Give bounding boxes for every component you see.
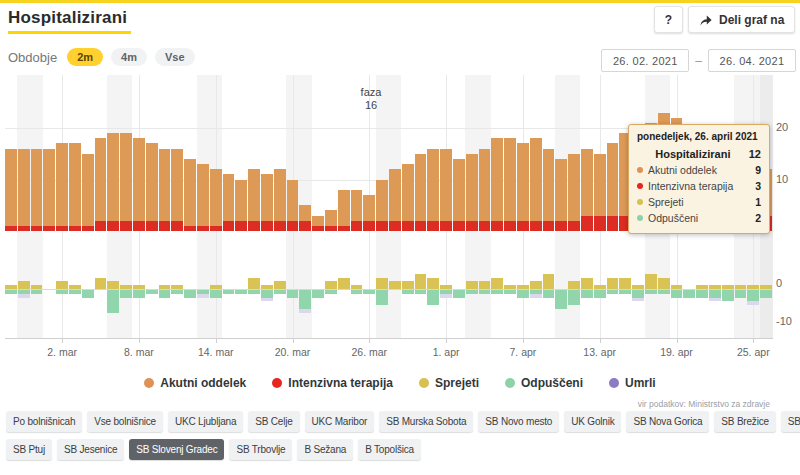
- flow-bar[interactable]: [760, 244, 772, 334]
- legend-item[interactable]: Akutni oddelek: [144, 376, 246, 390]
- main-bar[interactable]: [133, 75, 145, 231]
- hospital-tab-sb-bre-ice[interactable]: SB Brežice: [714, 411, 775, 432]
- main-bar[interactable]: [18, 75, 30, 231]
- flow-bar[interactable]: [5, 244, 17, 334]
- flow-bar[interactable]: [402, 244, 414, 334]
- main-bar[interactable]: [440, 75, 452, 231]
- flow-bar[interactable]: [479, 244, 491, 334]
- legend-item[interactable]: Umrli: [609, 376, 656, 390]
- flow-bar[interactable]: [159, 244, 171, 334]
- hospital-tab-sb-murska-sobota[interactable]: SB Murska Sobota: [379, 411, 473, 432]
- flow-bar[interactable]: [235, 244, 247, 334]
- main-bar[interactable]: [530, 75, 542, 231]
- main-bar[interactable]: [31, 75, 43, 231]
- hospital-tab-b-se-ana[interactable]: B Sežana: [297, 439, 353, 460]
- flow-bar[interactable]: [696, 244, 708, 334]
- main-bar[interactable]: [82, 75, 94, 231]
- flow-bar[interactable]: [440, 244, 452, 334]
- flow-bar[interactable]: [735, 244, 747, 334]
- flow-bar[interactable]: [645, 244, 657, 334]
- main-bar[interactable]: [415, 75, 427, 231]
- flow-bar[interactable]: [210, 244, 222, 334]
- hospital-tab-sb-slovenj-gradec[interactable]: SB Slovenj Gradec: [129, 439, 224, 460]
- main-bar[interactable]: [427, 75, 439, 231]
- flow-bar[interactable]: [491, 244, 503, 334]
- flow-bar[interactable]: [107, 244, 119, 334]
- hospital-tab-sb-jesenice[interactable]: SB Jesenice: [57, 439, 124, 460]
- flow-bar[interactable]: [43, 244, 55, 334]
- flow-bar[interactable]: [683, 244, 695, 334]
- hospital-tab-sb-izola[interactable]: SB Izola: [781, 411, 800, 432]
- main-bar[interactable]: [402, 75, 414, 231]
- flow-bar[interactable]: [709, 244, 721, 334]
- main-bar[interactable]: [248, 75, 260, 231]
- main-bar[interactable]: [5, 75, 17, 231]
- legend-item[interactable]: Intenzivna terapija: [272, 376, 393, 390]
- flow-bar[interactable]: [18, 244, 30, 334]
- main-bar[interactable]: [453, 75, 465, 231]
- main-bar[interactable]: [287, 75, 299, 231]
- main-bar[interactable]: [555, 75, 567, 231]
- main-bar[interactable]: [543, 75, 555, 231]
- flow-bar[interactable]: [31, 244, 43, 334]
- flow-bar[interactable]: [197, 244, 209, 334]
- flow-bar[interactable]: [338, 244, 350, 334]
- main-bar[interactable]: [107, 75, 119, 231]
- main-bar[interactable]: [325, 75, 337, 231]
- main-bar[interactable]: [517, 75, 529, 231]
- main-bar[interactable]: [95, 75, 107, 231]
- flow-bar[interactable]: [632, 244, 644, 334]
- flow-bar[interactable]: [415, 244, 427, 334]
- main-bar[interactable]: [261, 75, 273, 231]
- main-bar[interactable]: [607, 75, 619, 231]
- hospital-tab-ukc-ljubljana[interactable]: UKC Ljubljana: [168, 411, 243, 432]
- main-bar[interactable]: [491, 75, 503, 231]
- main-bar[interactable]: [43, 75, 55, 231]
- main-bar[interactable]: [568, 75, 580, 231]
- main-bar[interactable]: [235, 75, 247, 231]
- flow-bar[interactable]: [274, 244, 286, 334]
- flow-bar[interactable]: [517, 244, 529, 334]
- flow-bar[interactable]: [376, 244, 388, 334]
- flow-bar[interactable]: [120, 244, 132, 334]
- flow-bar[interactable]: [543, 244, 555, 334]
- main-bar[interactable]: [69, 75, 81, 231]
- main-bar[interactable]: [299, 75, 311, 231]
- flow-bar[interactable]: [619, 244, 631, 334]
- main-bar[interactable]: [56, 75, 68, 231]
- flow-bar[interactable]: [312, 244, 324, 334]
- main-bar[interactable]: [594, 75, 606, 231]
- main-bar[interactable]: [274, 75, 286, 231]
- main-bar[interactable]: [581, 75, 593, 231]
- flow-bar[interactable]: [363, 244, 375, 334]
- flow-bar[interactable]: [223, 244, 235, 334]
- flow-bar[interactable]: [171, 244, 183, 334]
- flow-bar[interactable]: [530, 244, 542, 334]
- hospital-tab-sb-celje[interactable]: SB Celje: [248, 411, 299, 432]
- main-bar[interactable]: [184, 75, 196, 231]
- flow-bar[interactable]: [389, 244, 401, 334]
- flow-bar[interactable]: [56, 244, 68, 334]
- hospital-tab-sb-novo-mesto[interactable]: SB Novo mesto: [478, 411, 559, 432]
- flow-bar[interactable]: [248, 244, 260, 334]
- flow-bar[interactable]: [133, 244, 145, 334]
- hospital-tab-uk-golnik[interactable]: UK Golnik: [564, 411, 621, 432]
- flow-bar[interactable]: [69, 244, 81, 334]
- flow-bar[interactable]: [555, 244, 567, 334]
- flow-bar[interactable]: [594, 244, 606, 334]
- hospital-tab-ukc-maribor[interactable]: UKC Maribor: [305, 411, 375, 432]
- flow-bar[interactable]: [658, 244, 670, 334]
- flow-bar[interactable]: [95, 244, 107, 334]
- flow-bar[interactable]: [351, 244, 363, 334]
- main-bar[interactable]: [223, 75, 235, 231]
- flow-bar[interactable]: [747, 244, 759, 334]
- hospital-tab-sb-trbovlje[interactable]: SB Trbovlje: [229, 439, 292, 460]
- flow-bar[interactable]: [466, 244, 478, 334]
- main-bar[interactable]: [159, 75, 171, 231]
- flow-bar[interactable]: [146, 244, 158, 334]
- flow-bar[interactable]: [427, 244, 439, 334]
- flow-bar[interactable]: [581, 244, 593, 334]
- flow-bar[interactable]: [287, 244, 299, 334]
- main-bar[interactable]: [146, 75, 158, 231]
- flow-bar[interactable]: [325, 244, 337, 334]
